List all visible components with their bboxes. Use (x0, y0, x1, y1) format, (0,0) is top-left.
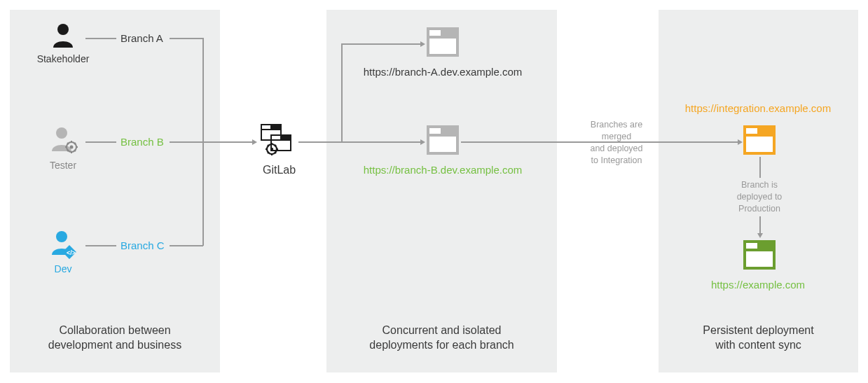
dev-icon: </> (48, 228, 78, 259)
role-stakeholder: Stakeholder (35, 21, 91, 64)
svg-line-9 (74, 150, 76, 151)
arrow-to-gitlab (252, 139, 257, 145)
svg-line-28 (275, 152, 276, 153)
caption-collaboration: Collaboration between development and bu… (10, 323, 220, 353)
url-production: https://example.com (660, 279, 856, 291)
arrow-server-a (420, 41, 425, 47)
note-deploy: Branch is deployed to Production (719, 178, 800, 216)
svg-rect-33 (429, 39, 456, 54)
svg-rect-19 (272, 136, 280, 139)
tester-icon (48, 125, 78, 155)
svg-rect-32 (429, 30, 441, 36)
svg-rect-42 (746, 251, 773, 267)
branch-a-label: Branch A (120, 32, 163, 44)
svg-line-27 (268, 145, 269, 146)
svg-rect-39 (746, 137, 773, 152)
role-dev: </> Dev (35, 228, 91, 274)
arrow-server-b (420, 139, 425, 145)
svg-text:</>: </> (67, 249, 76, 256)
caption-persistent: Persistent deployment with content sync (659, 323, 858, 353)
svg-line-11 (67, 150, 69, 151)
svg-point-12 (56, 231, 67, 242)
svg-rect-36 (429, 137, 456, 152)
svg-line-29 (275, 145, 276, 146)
tester-label: Tester (35, 160, 91, 171)
svg-rect-35 (429, 128, 441, 134)
stakeholder-icon (49, 21, 77, 49)
svg-rect-38 (746, 128, 757, 134)
svg-point-3 (70, 146, 74, 149)
to-server-b (341, 141, 421, 143)
svg-rect-16 (262, 125, 270, 129)
dev-label: Dev (35, 263, 91, 274)
stakeholder-label: Stakeholder (35, 53, 91, 64)
svg-line-10 (74, 143, 76, 144)
tree-h-c (170, 245, 203, 246)
server-integration-icon (743, 125, 776, 158)
gitlab-out-v (341, 43, 343, 142)
svg-line-8 (67, 143, 69, 144)
server-branch-b-icon (426, 125, 460, 158)
to-server-a (341, 43, 421, 45)
connector-stakeholder-branch (85, 38, 116, 39)
url-integration: https://integration.example.com (660, 102, 856, 114)
arrow-production (757, 233, 763, 238)
url-branch-b: https://branch-B.dev.example.com (328, 164, 558, 176)
tree-to-gitlab (202, 141, 253, 143)
svg-point-1 (56, 127, 67, 139)
panel-concurrent: Concurrent and isolated deployments for … (326, 10, 557, 372)
branch-c-label: Branch C (120, 239, 165, 251)
connector-tester-branch (85, 141, 116, 143)
svg-rect-41 (746, 243, 757, 249)
svg-point-22 (270, 148, 273, 151)
role-tester: Tester (35, 125, 91, 171)
tree-h-b (170, 141, 203, 143)
note-merge: Branches are merged and deployed to Inte… (578, 119, 655, 167)
url-branch-a: https://branch-A.dev.example.com (328, 66, 558, 78)
tree-h-a (170, 38, 203, 39)
connector-dev-branch (85, 245, 116, 246)
branch-b-label: Branch B (120, 136, 164, 148)
arrow-integration (738, 139, 743, 145)
gitlab-label: GitLab (263, 164, 296, 176)
gitlab-icon (259, 123, 297, 160)
gitlab-out-h (298, 141, 342, 143)
server-production-icon (743, 239, 776, 273)
server-branch-a-icon (426, 27, 460, 60)
svg-line-30 (268, 152, 269, 153)
svg-point-0 (57, 24, 69, 35)
caption-concurrent: Concurrent and isolated deployments for … (326, 323, 557, 353)
